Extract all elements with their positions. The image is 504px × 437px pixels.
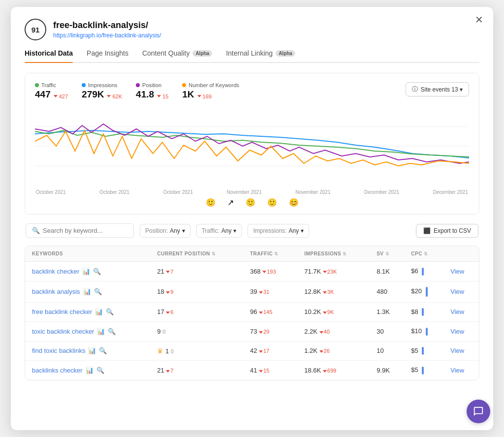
chart-area — [35, 107, 469, 186]
keyword-link[interactable]: backlink checker — [32, 268, 79, 275]
keyword-link[interactable]: free backlink checker — [32, 308, 92, 315]
tab-page-insights[interactable]: Page Insights — [87, 49, 128, 62]
col-position: CURRENT POSITION ⇅ — [150, 246, 243, 262]
bar-chart-icon[interactable]: 📊 — [82, 268, 90, 275]
site-events-label: Site events 13 ▾ — [421, 86, 463, 93]
tab-content-quality[interactable]: Content Quality Alpha — [142, 49, 212, 62]
position-cell: ♛ 1 0 — [150, 341, 243, 361]
view-button[interactable]: View — [450, 367, 464, 374]
traffic-label: Traffic — [41, 82, 56, 88]
cpc-bar — [422, 308, 424, 316]
keywords-change: 169 — [197, 94, 212, 99]
search-kw-icon[interactable]: 🔍 — [108, 328, 116, 335]
export-csv-button[interactable]: ⬛ Export to CSV — [416, 224, 478, 238]
event-icon-1[interactable]: 🙂 — [206, 198, 216, 207]
table-header-row: KEYWORDS CURRENT POSITION ⇅ TRAFFIC ⇅ IM… — [25, 246, 479, 262]
cpc-cell: $20 — [404, 281, 443, 302]
sv-cell: 10 — [370, 341, 404, 361]
keyword-link[interactable]: toxic backlink checker — [32, 328, 94, 335]
keywords-value: 1K — [182, 89, 194, 100]
view-button[interactable]: View — [450, 288, 464, 295]
impressions-dot — [82, 83, 86, 87]
search-kw-icon[interactable]: 🔍 — [106, 308, 114, 315]
col-impressions: IMPRESSIONS ⇅ — [297, 246, 370, 262]
table-row: backlinks checker 📊 🔍 21 7 41 15 — [25, 361, 479, 380]
impressions-value: 279K — [82, 89, 104, 100]
traffic-cell: 368 193 — [243, 262, 297, 281]
keyword-link[interactable]: find toxic backlinks — [32, 347, 85, 354]
cpc-bar — [426, 287, 428, 297]
col-traffic: TRAFFIC ⇅ — [243, 246, 297, 262]
chart-x-labels: October 2021 October 2021 October 2021 N… — [35, 189, 469, 195]
position-cell: 18 9 — [150, 281, 243, 302]
keyword-link[interactable]: backlinks checker — [32, 367, 83, 374]
position-value: 41.8 — [136, 89, 154, 100]
sv-cell: 9.9K — [370, 361, 404, 380]
line-chart — [35, 107, 469, 186]
position-change: 15 — [157, 94, 168, 99]
view-button[interactable]: View — [450, 268, 464, 275]
view-button[interactable]: View — [450, 328, 464, 335]
tab-internal-linking[interactable]: Internal Linking Alpha — [226, 49, 295, 62]
traffic-cell: 42 17 — [243, 341, 297, 361]
legend-traffic: Traffic 447 427 — [35, 82, 68, 100]
impressions-filter[interactable]: Impressions: Any ▾ — [248, 224, 309, 238]
bar-chart-icon[interactable]: 📊 — [83, 288, 91, 295]
impressions-cell: 12.8K 3K — [297, 281, 370, 302]
bar-chart-icon[interactable]: 📊 — [97, 328, 105, 335]
site-events-button[interactable]: ⓘ Site events 13 ▾ — [406, 82, 469, 96]
export-icon: ⬛ — [423, 227, 431, 234]
position-cell: 21 7 — [150, 262, 243, 281]
main-modal: ✕ 91 free-backlink-analysis/ https://lin… — [11, 7, 493, 430]
impressions-cell: 18.6K 699 — [297, 361, 370, 380]
keyword-link[interactable]: backlink analysis — [32, 288, 80, 295]
table-row: backlink checker 📊 🔍 21 7 368 193 — [25, 262, 479, 281]
traffic-filter[interactable]: Traffic: Any ▾ — [196, 224, 242, 238]
bar-chart-icon[interactable]: 📊 — [95, 308, 103, 315]
search-kw-icon[interactable]: 🔍 — [93, 268, 101, 275]
view-button[interactable]: View — [450, 347, 464, 354]
event-icon-2[interactable]: 🙂 — [246, 198, 255, 207]
traffic-cell: 41 15 — [243, 361, 297, 380]
position-filter[interactable]: Position: Any ▾ — [140, 224, 190, 238]
modal-header: 91 free-backlink-analysis/ https://linkg… — [25, 19, 479, 40]
impressions-cell: 10.2K 9K — [297, 302, 370, 322]
legend-impressions: Impressions 279K 62K — [82, 82, 122, 100]
crown-icon: ♛ — [157, 347, 163, 355]
chart-event-icons: 🙂 ↗ 🙂 🙂 😊 — [35, 198, 469, 207]
close-button[interactable]: ✕ — [475, 15, 483, 25]
cpc-bar — [426, 328, 428, 336]
table-row: toxic backlink checker 📊 🔍 9 0 73 29 — [25, 322, 479, 342]
legend-keywords: Number of Keywords 1K 169 — [182, 82, 239, 100]
export-label: Export to CSV — [434, 227, 471, 234]
cpc-bar — [422, 268, 424, 276]
filter-bar: 🔍 Position: Any ▾ Traffic: Any ▾ Impress… — [25, 223, 479, 238]
impressions-cell: 2.2K 40 — [297, 322, 370, 342]
tab-historical-data[interactable]: Historical Data — [25, 49, 73, 62]
search-input[interactable] — [43, 227, 127, 234]
bar-chart-icon[interactable]: 📊 — [86, 367, 94, 374]
cpc-cell: $6 — [404, 262, 443, 281]
event-icon-3[interactable]: 🙂 — [267, 198, 277, 207]
page-url[interactable]: https://linkgraph.io/free-backlink-analy… — [53, 32, 161, 39]
position-cell: 9 0 — [150, 322, 243, 342]
search-kw-icon[interactable]: 🔍 — [94, 288, 102, 295]
position-label: Position — [142, 82, 161, 88]
traffic-cell: 96 145 — [243, 302, 297, 322]
chat-button[interactable] — [467, 400, 490, 423]
keywords-table: KEYWORDS CURRENT POSITION ⇅ TRAFFIC ⇅ IM… — [25, 246, 479, 380]
traffic-change: 427 — [54, 94, 68, 99]
search-kw-icon[interactable]: 🔍 — [96, 367, 104, 374]
view-button[interactable]: View — [450, 308, 464, 315]
traffic-dot — [35, 83, 39, 87]
sv-cell: 1.3K — [370, 302, 404, 322]
col-action — [443, 246, 479, 262]
event-icon-4[interactable]: 😊 — [289, 198, 299, 207]
bar-chart-icon[interactable]: 📊 — [88, 347, 96, 354]
traffic-cell: 73 29 — [243, 322, 297, 342]
internal-linking-badge: Alpha — [276, 50, 295, 57]
position-dot — [136, 83, 140, 87]
search-kw-icon[interactable]: 🔍 — [99, 347, 107, 354]
table-row: backlink analysis 📊 🔍 18 9 39 31 — [25, 281, 479, 302]
cpc-bar — [422, 367, 424, 375]
